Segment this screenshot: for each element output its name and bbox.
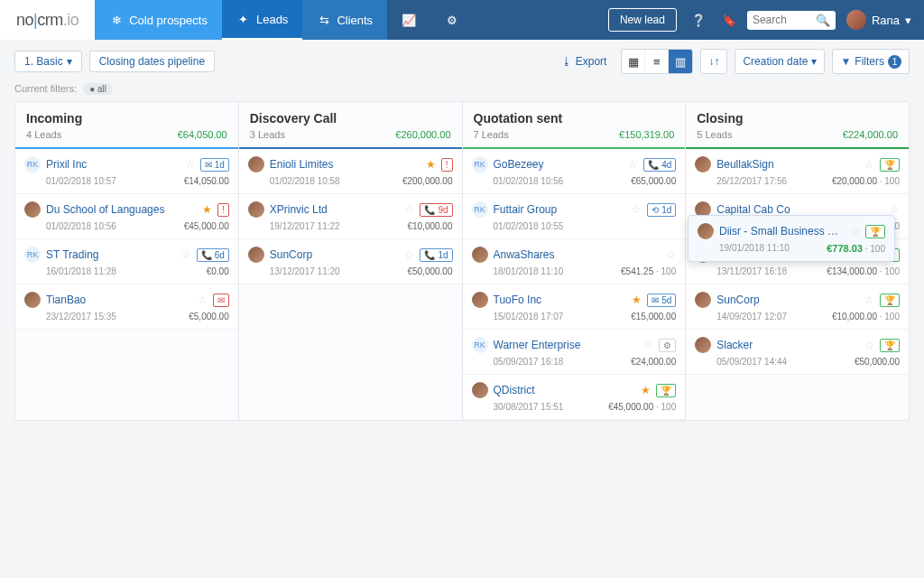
export-button[interactable]: ⭳Export bbox=[561, 55, 607, 68]
lead-card[interactable]: TianBao☆✉23/12/2017 15:35€5,000.00 bbox=[15, 284, 238, 330]
pipeline-selector[interactable]: Closing dates pipeline bbox=[89, 51, 215, 72]
lead-name[interactable]: Futtair Group bbox=[494, 203, 627, 216]
search-input[interactable] bbox=[753, 14, 816, 26]
bookmark-icon[interactable]: 🔖 bbox=[716, 7, 742, 33]
lead-name[interactable]: ST Trading bbox=[46, 248, 176, 261]
lead-name[interactable]: Diisr - Small Business Services bbox=[719, 225, 845, 238]
lead-name[interactable]: GoBezeey bbox=[494, 158, 624, 171]
new-lead-button[interactable]: New lead bbox=[608, 8, 677, 32]
lead-card[interactable]: TuoFo Inc★✉5d15/01/2018 17:07€15,000.00 bbox=[463, 284, 686, 330]
nav-stats[interactable]: 📈 bbox=[387, 0, 430, 40]
search-icon[interactable]: 🔍 bbox=[816, 14, 830, 27]
lead-card[interactable]: BeullakSign☆🏆26/12/2017 17:56€20,000.00 … bbox=[686, 149, 909, 194]
action-badge[interactable]: ⟲1d bbox=[647, 203, 676, 217]
star-icon[interactable]: ☆ bbox=[628, 158, 638, 171]
nav-cold-prospects[interactable]: ❄Cold prospects bbox=[95, 0, 222, 40]
status-badge[interactable]: 🏆 bbox=[865, 225, 885, 238]
star-icon[interactable]: ★ bbox=[632, 294, 642, 306]
sort-direction[interactable]: ↓↑ bbox=[700, 49, 727, 74]
action-badge[interactable]: 📞1d bbox=[420, 248, 452, 262]
lead-amount: €50,000.00 bbox=[407, 266, 452, 276]
user-menu[interactable]: Rana ▾ bbox=[846, 10, 911, 30]
lead-name[interactable]: SunCorp bbox=[270, 248, 400, 261]
action-badge[interactable]: 🏆 bbox=[880, 294, 900, 307]
nav-settings[interactable]: ⚙ bbox=[430, 0, 474, 40]
lead-card[interactable]: Slacker☆🏆05/09/2017 14:44€50,000.00 bbox=[686, 330, 909, 375]
sort-field[interactable]: Creation date▾ bbox=[735, 49, 825, 74]
filters-button[interactable]: ▼Filters1 bbox=[832, 49, 910, 74]
help-icon[interactable]: ❔ bbox=[686, 7, 711, 33]
lead-card[interactable]: AnwaShares☆18/01/2018 11:10€541.25 · 100 bbox=[463, 239, 686, 284]
lead-name[interactable]: QDistrict bbox=[494, 384, 636, 396]
star-icon[interactable]: ☆ bbox=[404, 203, 414, 216]
action-badge[interactable]: ✉5d bbox=[647, 294, 676, 307]
star-icon[interactable]: ★ bbox=[641, 384, 651, 396]
lead-name[interactable]: Slacker bbox=[716, 339, 859, 351]
action-badge[interactable]: ! bbox=[217, 203, 229, 217]
lead-extra: · 100 bbox=[877, 176, 900, 186]
lead-name[interactable]: Du School of Languages bbox=[46, 203, 197, 216]
search-box[interactable]: 🔍 bbox=[747, 11, 836, 30]
lead-card[interactable]: RKFuttair Group☆⟲1d01/02/2018 10:55 bbox=[463, 194, 686, 239]
lead-card[interactable]: RKGoBezeey☆📞4d01/02/2018 10:56€65,000.00 bbox=[463, 149, 686, 194]
lead-card[interactable]: Du School of Languages★!01/02/2018 10:56… bbox=[15, 194, 238, 239]
nav-leads[interactable]: ✦Leads bbox=[222, 0, 302, 40]
action-badge[interactable]: 📞6d bbox=[197, 248, 229, 262]
lead-name[interactable]: Prixil Inc bbox=[46, 158, 180, 171]
lead-name[interactable]: XPrinvic Ltd bbox=[270, 203, 400, 216]
lead-card[interactable]: SunCorp☆📞1d13/12/2017 11:20€50,000.00 bbox=[239, 239, 462, 284]
lead-name[interactable]: Warner Enterprise bbox=[494, 339, 639, 351]
star-icon[interactable]: ☆ bbox=[198, 294, 208, 306]
star-icon[interactable]: ☆ bbox=[864, 158, 874, 171]
action-badge[interactable]: 🏆 bbox=[880, 158, 900, 172]
lead-card[interactable]: Enioli Limites★!01/02/2018 10:58€200,000… bbox=[239, 149, 462, 194]
star-icon[interactable]: ☆ bbox=[181, 248, 191, 261]
action-badge[interactable]: ⚙ bbox=[659, 339, 676, 352]
action-badge[interactable]: ! bbox=[441, 158, 453, 172]
lead-name[interactable]: TianBao bbox=[46, 294, 192, 306]
view-list[interactable]: ≡ bbox=[645, 50, 669, 73]
action-badge[interactable]: 📞4d bbox=[643, 158, 676, 172]
action-badge[interactable]: ✉1d bbox=[200, 158, 229, 172]
star-icon[interactable]: ☆ bbox=[666, 248, 676, 261]
filter-chip[interactable]: ● all bbox=[83, 83, 113, 95]
lead-name[interactable]: AnwaShares bbox=[494, 248, 661, 261]
star-icon[interactable]: ☆ bbox=[850, 225, 860, 238]
lead-card[interactable]: SunCorp☆🏆14/09/2017 12:07€10,000.00 · 10… bbox=[686, 284, 909, 330]
kanban-column: Incoming4 Leads€64,050.00RKPrixil Inc☆✉1… bbox=[14, 101, 239, 421]
lead-avatar bbox=[472, 247, 488, 263]
lead-card[interactable]: RKWarner Enterprise☆⚙05/09/2017 16:18€24… bbox=[463, 330, 686, 375]
star-icon[interactable]: ★ bbox=[426, 158, 436, 171]
star-icon[interactable]: ☆ bbox=[185, 158, 195, 171]
action-badge[interactable]: ✉ bbox=[213, 294, 229, 307]
logo[interactable]: no|crm.io bbox=[0, 0, 95, 40]
nav-clients[interactable]: ⇆Clients bbox=[302, 0, 387, 40]
lead-card[interactable]: RKST Trading☆📞6d16/01/2018 11:28€0.00 bbox=[15, 239, 238, 284]
lead-name[interactable]: SunCorp bbox=[716, 294, 859, 306]
star-icon[interactable]: ☆ bbox=[890, 203, 900, 216]
lead-avatar: RK bbox=[472, 156, 488, 172]
star-icon[interactable]: ☆ bbox=[632, 203, 642, 216]
action-badge[interactable]: 🏆 bbox=[656, 384, 676, 397]
lead-name[interactable]: Capital Cab Co bbox=[716, 203, 884, 216]
lead-card[interactable]: QDistrict★🏆30/08/2017 15:51€45,000.00 · … bbox=[463, 375, 686, 420]
star-icon[interactable]: ☆ bbox=[643, 339, 653, 351]
lead-name[interactable]: BeullakSign bbox=[716, 158, 859, 171]
star-icon[interactable]: ☆ bbox=[864, 339, 874, 351]
star-icon[interactable]: ☆ bbox=[864, 294, 874, 306]
star-icon[interactable]: ☆ bbox=[404, 248, 414, 261]
action-badge[interactable]: 📞9d bbox=[420, 203, 452, 217]
view-kanban[interactable]: ▥ bbox=[669, 50, 692, 73]
action-icon: ✉ bbox=[217, 295, 225, 305]
lead-card[interactable]: RKPrixil Inc☆✉1d01/02/2018 10:57€14,050.… bbox=[15, 149, 238, 194]
lead-name[interactable]: TuoFo Inc bbox=[494, 294, 627, 306]
column-header: Incoming4 Leads€64,050.00 bbox=[15, 102, 238, 149]
view-grid[interactable]: ▦ bbox=[622, 50, 645, 73]
dragging-card[interactable]: Diisr - Small Business Services ☆ 🏆 19/0… bbox=[688, 215, 895, 262]
star-icon[interactable]: ★ bbox=[202, 203, 212, 216]
lead-name[interactable]: Enioli Limites bbox=[270, 158, 420, 171]
action-badge[interactable]: 🏆 bbox=[880, 339, 900, 352]
view-selector[interactable]: 1. Basic ▾ bbox=[14, 51, 82, 72]
plus-icon: ✦ bbox=[236, 12, 251, 26]
lead-card[interactable]: XPrinvic Ltd☆📞9d19/12/2017 11:22€10,000.… bbox=[239, 194, 462, 239]
